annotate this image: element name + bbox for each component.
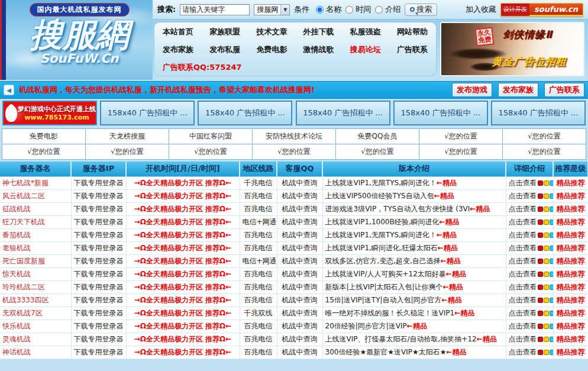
nav-forum[interactable]: 搜易论坛 xyxy=(350,44,381,55)
ad-placeholder-banner[interactable]: 158x40 广告招租中 ... xyxy=(100,101,195,125)
server-ip-link[interactable]: 下载专用登录器 xyxy=(71,254,126,267)
service-qq-link[interactable]: 机战中查询 xyxy=(277,333,322,346)
link-cell[interactable]: √您的位置 xyxy=(503,144,586,160)
link-cell[interactable]: 天龙榜搜服 xyxy=(86,129,169,144)
server-name-link[interactable]: 灵魂机战 xyxy=(0,333,71,346)
radio-name[interactable] xyxy=(316,6,324,14)
server-ip-link[interactable]: 下载专用登录器 xyxy=(71,189,126,202)
link-cell[interactable]: √您的位置 xyxy=(253,144,336,160)
nav-sifu-bandit[interactable]: 私服强盗 xyxy=(350,27,381,37)
service-qq-link[interactable]: 机战中查询 xyxy=(277,307,322,320)
service-qq-link[interactable]: 机战中查询 xyxy=(277,254,322,267)
server-ip-link[interactable]: 下载专用登录器 xyxy=(71,215,126,228)
server-ip-link[interactable]: 下载专用登录器 xyxy=(71,293,126,307)
server-name-link[interactable]: 玲玲机战二区 xyxy=(0,280,71,293)
server-name-link[interactable]: 老狼机战 xyxy=(0,241,71,254)
service-qq-link[interactable]: 机战中查询 xyxy=(277,320,322,333)
server-ip-link[interactable]: 下载专用登录器 xyxy=(71,176,126,189)
link-cell[interactable]: 免费QQ会员 xyxy=(336,129,419,144)
nav-battle-songs[interactable]: 激情战歌 xyxy=(303,44,334,55)
server-ip-link[interactable]: 下载专用登录器 xyxy=(71,202,126,215)
nav-ad-contact[interactable]: 广告联系 xyxy=(397,44,428,55)
service-qq-link[interactable]: 机战中查询 xyxy=(277,267,322,280)
service-qq-link[interactable]: 机战中查询 xyxy=(277,228,322,241)
service-qq-link[interactable]: 机战中查询 xyxy=(277,346,322,359)
link-cell[interactable]: √您的位置 xyxy=(169,144,253,160)
link-cell[interactable]: 安防快线技术论坛 xyxy=(253,129,336,144)
detail-link[interactable]: 点击查看 xyxy=(506,280,553,293)
service-qq-link[interactable]: 机战中查询 xyxy=(277,215,322,228)
detail-link[interactable]: 点击查看 xyxy=(506,189,553,202)
server-ip-link[interactable]: 下载专用登录器 xyxy=(71,320,126,333)
server-name-link[interactable]: 风云机战二区 xyxy=(0,189,71,202)
add-favorites-link[interactable]: 加入收藏 xyxy=(466,4,496,15)
service-qq-link[interactable]: 机战中查询 xyxy=(277,293,322,307)
detail-link[interactable]: 点击查看 xyxy=(506,307,553,320)
detail-link[interactable]: 点击查看 xyxy=(506,176,553,189)
detail-link[interactable]: 点击查看 xyxy=(506,346,553,359)
link-cell[interactable]: √您的位置 xyxy=(86,144,169,160)
ad-placeholder-banner[interactable]: 158x40 广告招租中 ... xyxy=(296,101,390,125)
nav-plugin-download[interactable]: 外挂下载 xyxy=(303,27,334,37)
nav-free-movies[interactable]: 免费电影 xyxy=(256,44,287,55)
detail-link[interactable]: 点击查看 xyxy=(506,267,553,280)
server-name-link[interactable]: 征战机战 xyxy=(0,202,71,215)
service-qq-link[interactable]: 机战中查询 xyxy=(277,189,322,202)
server-name-link[interactable]: 机战3333四区 xyxy=(0,293,71,307)
server-name-link[interactable]: 狂刀天下机战 xyxy=(0,215,71,228)
nav-home[interactable]: 本站首页 xyxy=(163,27,193,37)
publish-game-button[interactable]: 发布游戏 xyxy=(452,83,492,97)
detail-link[interactable]: 点击查看 xyxy=(506,241,553,254)
nav-publish-sifu[interactable]: 发布私服 xyxy=(209,44,240,55)
server-ip-link[interactable]: 下载专用登录器 xyxy=(71,346,126,359)
link-cell[interactable]: √您的位置 xyxy=(419,144,503,160)
publish-family-button[interactable]: 发布家族 xyxy=(498,83,538,97)
dev-badge[interactable]: 设计开发 soufuw.cn xyxy=(500,3,583,17)
service-qq-link[interactable]: 机战中查询 xyxy=(277,241,322,254)
service-qq-link[interactable]: 机战中查询 xyxy=(277,202,322,215)
nav-tech-articles[interactable]: 技术文章 xyxy=(256,27,287,37)
search-input[interactable] xyxy=(180,4,250,15)
server-name-link[interactable]: 神七机战*新服 xyxy=(0,176,71,189)
ad-placeholder-banner[interactable]: 158x40 广告招租中 ... xyxy=(491,101,586,125)
link-cell[interactable]: 中国红客闪盟 xyxy=(169,129,253,144)
link-cell[interactable]: √您的位置 xyxy=(419,129,503,144)
link-cell[interactable]: √您的位置 xyxy=(2,144,86,160)
detail-link[interactable]: 点击查看 xyxy=(506,215,553,228)
nav-publish-family[interactable]: 发布家族 xyxy=(163,44,193,55)
red-ad-banner[interactable]: 梦幻游戏中心正式开通上线 www.785173.com xyxy=(2,101,97,125)
search-button[interactable]: 搜索 xyxy=(405,4,437,16)
radio-intro[interactable] xyxy=(375,6,383,14)
server-name-link[interactable]: 神话机战 xyxy=(0,346,71,359)
server-ip-link[interactable]: 下载专用登录器 xyxy=(71,333,126,346)
ad-placeholder-banner[interactable]: 158x40 广告招租中 ... xyxy=(393,101,488,125)
header-ad-banner[interactable]: 永久免费 剑侠情缘Ⅱ 黄金广告位招租 xyxy=(440,22,584,76)
speaker-icon[interactable]: ◀ xyxy=(4,85,14,95)
server-ip-link[interactable]: 下载专用登录器 xyxy=(71,241,126,254)
server-ip-link[interactable]: 下载专用登录器 xyxy=(71,280,126,293)
service-qq-link[interactable]: 机战中查询 xyxy=(277,176,322,189)
server-ip-link[interactable]: 下载专用登录器 xyxy=(71,307,126,320)
detail-link[interactable]: 点击查看 xyxy=(506,228,553,241)
detail-link[interactable]: 点击查看 xyxy=(506,254,553,267)
search-scope-select[interactable]: 搜服网 ▼ xyxy=(254,4,290,15)
detail-link[interactable]: 点击查看 xyxy=(506,333,553,346)
service-qq-link[interactable]: 机战中查询 xyxy=(277,280,322,293)
radio-time[interactable] xyxy=(345,6,353,14)
detail-link[interactable]: 点击查看 xyxy=(506,320,553,333)
server-name-link[interactable]: 快乐机战 xyxy=(0,320,71,333)
server-ip-link[interactable]: 下载专用登录器 xyxy=(71,267,126,280)
link-cell[interactable]: √您的位置 xyxy=(503,129,586,144)
server-ip-link[interactable]: 下载专用登录器 xyxy=(71,228,126,241)
server-name-link[interactable]: 死亡国度新服 xyxy=(0,254,71,267)
link-cell[interactable]: √您的位置 xyxy=(336,144,419,160)
nav-site-help[interactable]: 网站帮助 xyxy=(397,27,428,37)
server-name-link[interactable]: 无双机战7区 xyxy=(0,307,71,320)
detail-link[interactable]: 点击查看 xyxy=(506,293,553,307)
server-name-link[interactable]: 番茄机战 xyxy=(0,228,71,241)
ad-placeholder-banner[interactable]: 158x40 广告招租中 ... xyxy=(198,101,292,125)
nav-family-alliance[interactable]: 家族联盟 xyxy=(209,27,240,37)
link-cell[interactable]: 免费电影 xyxy=(2,129,86,144)
detail-link[interactable]: 点击查看 xyxy=(506,202,553,215)
chevron-down-icon[interactable]: ▼ xyxy=(280,5,289,15)
